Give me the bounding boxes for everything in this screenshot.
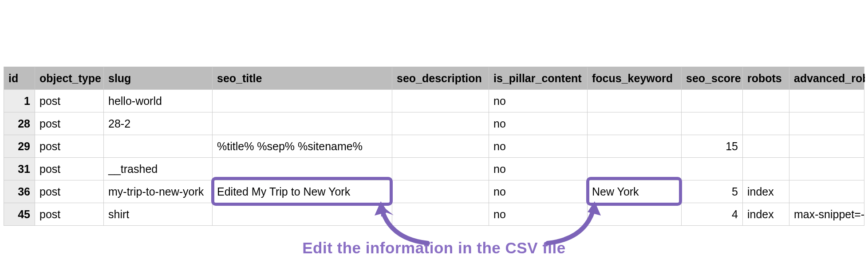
cell-id[interactable]: 31 — [4, 158, 35, 180]
col-is-pillar: is_pillar_content — [489, 67, 588, 89]
cell-advanced_robots[interactable] — [789, 112, 865, 135]
cell-id[interactable]: 1 — [4, 90, 35, 112]
cell-seo_description[interactable] — [392, 158, 489, 180]
cell-seo_title[interactable]: %title% %sep% %sitename% — [213, 135, 392, 157]
cell-object_type[interactable]: post — [35, 180, 104, 203]
cell-robots[interactable]: index — [743, 180, 789, 203]
cell-id[interactable]: 45 — [4, 203, 35, 225]
col-robots: robots — [743, 67, 789, 89]
cell-seo_title[interactable]: Edited My Trip to New York — [213, 180, 392, 203]
svg-marker-0 — [375, 201, 388, 216]
col-focus-keyword: focus_keyword — [588, 67, 682, 89]
cell-advanced_robots[interactable] — [789, 180, 865, 203]
cell-seo_score[interactable] — [682, 112, 743, 135]
col-seo-description: seo_description — [392, 67, 489, 89]
cell-seo_description[interactable] — [392, 90, 489, 112]
cell-object_type[interactable]: post — [35, 135, 104, 157]
cell-slug[interactable] — [104, 135, 213, 157]
col-slug: slug — [104, 67, 213, 89]
table-row: 28post28-2no — [4, 112, 864, 135]
cell-seo_title[interactable] — [213, 112, 392, 135]
cell-robots[interactable]: index — [743, 203, 789, 225]
cell-is_pillar_content[interactable]: no — [489, 135, 588, 157]
cell-slug[interactable]: my-trip-to-new-york — [104, 180, 213, 203]
cell-is_pillar_content[interactable]: no — [489, 90, 588, 112]
cell-id[interactable]: 29 — [4, 135, 35, 157]
cell-focus_keyword[interactable]: New York — [588, 180, 682, 203]
table-row: 1posthello-worldno — [4, 90, 864, 112]
cell-robots[interactable] — [743, 135, 789, 157]
cell-id[interactable]: 28 — [4, 112, 35, 135]
cell-seo_title[interactable] — [213, 203, 392, 225]
cell-seo_title[interactable] — [213, 90, 392, 112]
table-row: 31post__trashedno — [4, 158, 864, 180]
cell-robots[interactable] — [743, 158, 789, 180]
col-seo-title: seo_title — [213, 67, 392, 89]
cell-advanced_robots[interactable] — [789, 158, 865, 180]
cell-slug[interactable]: 28-2 — [104, 112, 213, 135]
cell-focus_keyword[interactable] — [588, 112, 682, 135]
cell-slug[interactable]: hello-world — [104, 90, 213, 112]
table-row: 29post%title% %sep% %sitename%no15 — [4, 135, 864, 158]
cell-focus_keyword[interactable] — [588, 158, 682, 180]
cell-robots[interactable] — [743, 90, 789, 112]
cell-id[interactable]: 36 — [4, 180, 35, 203]
col-advanced-robots: advanced_robo — [789, 67, 865, 89]
table-row: 36postmy-trip-to-new-yorkEdited My Trip … — [4, 180, 864, 203]
cell-object_type[interactable]: post — [35, 90, 104, 112]
cell-object_type[interactable]: post — [35, 203, 104, 225]
cell-seo_score[interactable] — [682, 90, 743, 112]
cell-is_pillar_content[interactable]: no — [489, 158, 588, 180]
cell-slug[interactable]: __trashed — [104, 158, 213, 180]
cell-seo_description[interactable] — [392, 112, 489, 135]
table-row: 45postshirtno4indexmax-snippet=-1, — [4, 203, 864, 225]
cell-focus_keyword[interactable] — [588, 90, 682, 112]
col-seo-score: seo_score — [682, 67, 743, 89]
cell-seo_score[interactable] — [682, 158, 743, 180]
arrow-right — [543, 199, 601, 248]
cell-seo_score[interactable]: 5 — [682, 180, 743, 203]
cell-focus_keyword[interactable] — [588, 203, 682, 225]
cell-seo_score[interactable]: 4 — [682, 203, 743, 225]
col-id: id — [4, 67, 35, 89]
cell-focus_keyword[interactable] — [588, 135, 682, 157]
cell-is_pillar_content[interactable]: no — [489, 112, 588, 135]
cell-object_type[interactable]: post — [35, 112, 104, 135]
cell-seo_title[interactable] — [213, 158, 392, 180]
svg-marker-1 — [588, 201, 601, 216]
arrow-left — [375, 199, 432, 248]
cell-advanced_robots[interactable]: max-snippet=-1, — [789, 203, 865, 225]
cell-seo_score[interactable]: 15 — [682, 135, 743, 157]
table-header-row: id object_type slug seo_title seo_descri… — [4, 67, 864, 90]
annotation-caption: Edit the information in the CSV file — [302, 239, 566, 257]
cell-slug[interactable]: shirt — [104, 203, 213, 225]
cell-object_type[interactable]: post — [35, 158, 104, 180]
cell-advanced_robots[interactable] — [789, 90, 865, 112]
csv-table: id object_type slug seo_title seo_descri… — [4, 67, 864, 226]
cell-robots[interactable] — [743, 112, 789, 135]
cell-advanced_robots[interactable] — [789, 135, 865, 157]
cell-seo_description[interactable] — [392, 135, 489, 157]
col-object-type: object_type — [35, 67, 104, 89]
